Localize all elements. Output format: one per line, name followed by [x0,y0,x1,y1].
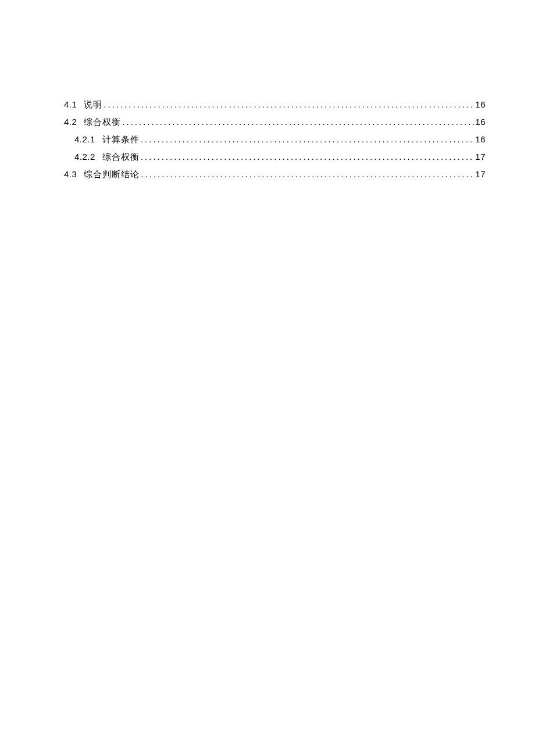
toc-dots [141,166,474,183]
toc-number: 4.3 [64,166,77,183]
toc-title: 综合权衡 [84,113,121,131]
toc-entry: 4.2 综合权衡 16 [64,113,486,131]
toc-number: 4.2.1 [74,131,95,148]
toc-number: 4.1 [64,96,77,113]
toc-entry: 4.2.1 计算条件 16 [64,131,486,148]
toc-dots [141,131,474,148]
toc-dots [104,96,474,113]
toc-dots [122,113,474,131]
toc-page: 17 [475,148,486,166]
toc-page: 16 [475,96,486,113]
toc-entry: 4.3 综合判断结论 17 [64,166,486,183]
toc-page: 17 [475,166,486,183]
toc-title: 综合权衡 [102,148,140,166]
toc-title: 说明 [84,96,102,113]
toc-title: 计算条件 [102,131,140,148]
toc-entry: 4.1 说明 16 [64,96,486,113]
toc-number: 4.2.2 [74,148,95,166]
toc-entry: 4.2.2 综合权衡 17 [64,148,486,166]
table-of-contents: 4.1 说明 16 4.2 综合权衡 16 4.2.1 计算条件 16 4.2.… [64,96,486,183]
toc-title: 综合判断结论 [84,166,140,183]
toc-number: 4.2 [64,113,77,131]
toc-page: 16 [475,131,486,148]
toc-page: 16 [475,113,486,131]
toc-dots [141,148,474,166]
